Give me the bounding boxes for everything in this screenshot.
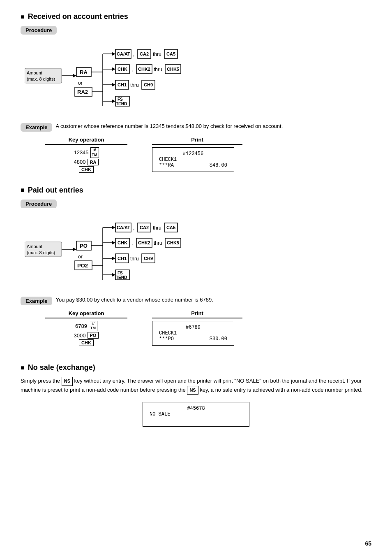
svg-text:,: , <box>131 240 133 246</box>
svg-text:thru: thru <box>153 225 161 231</box>
key-box-tm-1: ♯/TM <box>90 147 99 158</box>
print-line-1a: #123456 <box>159 151 227 157</box>
kp-right-2: Print #6789 CHECK1 ***PO $30.00 <box>152 310 242 347</box>
print-label-check1: CHECK1 <box>159 157 177 163</box>
svg-text:CA5: CA5 <box>166 225 175 230</box>
svg-text:,: , <box>133 51 134 57</box>
svg-text:CHK: CHK <box>118 240 127 245</box>
svg-text:CA/AT: CA/AT <box>117 225 130 230</box>
kp-header-2: Key operation <box>45 310 127 318</box>
example-2-text: You pay $30.00 by check to a vendor whos… <box>55 297 371 303</box>
svg-marker-34 <box>112 83 115 86</box>
svg-text:CH1: CH1 <box>118 82 127 87</box>
key-row-1a: 12345 ♯/TM <box>45 147 127 158</box>
svg-marker-14 <box>112 52 115 56</box>
kp-section-2: Key operation 6789 ♯/TM 3000 PO CHK Prin… <box>45 310 371 347</box>
svg-text:CA2: CA2 <box>140 51 149 56</box>
key-value-1b: 4800 <box>74 159 86 165</box>
print-label-po: ***PO <box>159 336 174 342</box>
svg-text:CHK5: CHK5 <box>167 67 179 72</box>
svg-text:,: , <box>133 225 134 231</box>
svg-text:FS: FS <box>118 97 123 102</box>
key-value-1a: 12345 <box>74 149 88 156</box>
kp-body-2: 6789 ♯/TM 3000 PO CHK <box>45 321 127 346</box>
print-val-po: $30.00 <box>210 336 227 342</box>
svg-text:CHK2: CHK2 <box>138 67 150 72</box>
svg-text:CH1: CH1 <box>118 256 127 261</box>
print-box-1: #123456 CHECK1 ***RA $48.00 <box>152 147 234 172</box>
key-box-chk-2: CHK <box>79 339 94 346</box>
svg-text:CHK5: CHK5 <box>167 240 179 245</box>
procedure-badge-2: Procedure <box>21 200 57 208</box>
key-row-1c: CHK <box>45 166 127 173</box>
svg-text:CH9: CH9 <box>144 256 153 261</box>
key-row-2a: 6789 ♯/TM <box>45 321 127 332</box>
key-value-2b: 3000 <box>74 332 86 339</box>
print-label-ra: ***RA <box>159 163 174 168</box>
print-label-check2: CHECK1 <box>159 330 177 336</box>
svg-text:FS: FS <box>118 271 123 275</box>
example-1-text: A customer whose reference number is 123… <box>55 123 371 129</box>
kp-left-2: Key operation 6789 ♯/TM 3000 PO CHK <box>45 310 127 347</box>
svg-text:thru: thru <box>153 51 161 57</box>
svg-text:thru: thru <box>130 82 139 88</box>
no-sale-print-container: #45678 NO SALE <box>21 402 371 427</box>
svg-text:RA2: RA2 <box>77 89 88 95</box>
svg-text:or: or <box>78 80 83 86</box>
print-line-2b: CHECK1 <box>159 330 227 336</box>
svg-marker-41 <box>112 100 115 103</box>
section1-title: Received on account entries <box>21 12 371 21</box>
key-box-po-2: PO <box>88 332 99 339</box>
svg-marker-79 <box>112 257 115 260</box>
print-line-2c: ***PO $30.00 <box>159 336 227 342</box>
print-header-2: Print <box>152 310 242 318</box>
diagram-2: Amount (max. 8 digits) PO or PO2 CA/AT <box>25 217 371 289</box>
kp-right-1: Print #123456 CHECK1 ***RA $48.00 <box>152 137 242 174</box>
key-row-1b: 4800 RA <box>45 159 127 165</box>
key-box-ra-1: RA <box>88 159 99 165</box>
svg-text:thru: thru <box>154 240 162 246</box>
svg-text:PO: PO <box>80 243 88 249</box>
svg-marker-86 <box>112 273 115 276</box>
svg-text:Amount: Amount <box>27 70 42 75</box>
print-line-1b: CHECK1 <box>159 157 227 163</box>
section2-title: Paid out entries <box>21 186 371 195</box>
svg-text:CHK: CHK <box>118 67 127 72</box>
svg-marker-24 <box>112 67 115 71</box>
ns-key-1: NS <box>62 377 73 386</box>
diagram-2-svg: Amount (max. 8 digits) PO or PO2 CA/AT <box>25 217 238 289</box>
svg-text:CH9: CH9 <box>144 82 153 87</box>
example-badge-2: Example <box>21 297 52 305</box>
no-sale-print-line1: #45678 <box>150 406 242 411</box>
svg-text:,: , <box>131 67 133 72</box>
svg-marker-4 <box>73 74 76 77</box>
section-no-sale: No sale (exchange) Simply press the NS k… <box>21 363 371 427</box>
key-box-chk-1: CHK <box>79 166 94 173</box>
svg-text:RA: RA <box>80 69 88 75</box>
svg-marker-69 <box>112 241 115 244</box>
page-number: 65 <box>365 540 371 547</box>
svg-text:Amount: Amount <box>27 244 42 249</box>
svg-text:thru: thru <box>154 67 162 72</box>
key-value-2a: 6789 <box>75 323 87 329</box>
svg-text:CA2: CA2 <box>140 225 149 230</box>
no-sale-paragraph: Simply press the NS key without any entr… <box>21 377 371 395</box>
ns-key-2: NS <box>187 386 198 395</box>
key-box-tm-2: ♯/TM <box>89 321 97 332</box>
kp-left-1: Key operation 12345 ♯/TM 4800 RA CHK <box>45 137 127 174</box>
print-line-1c: ***RA $48.00 <box>159 163 227 168</box>
kp-section-1: Key operation 12345 ♯/TM 4800 RA CHK Pri… <box>45 137 371 174</box>
svg-text:or: or <box>78 254 83 260</box>
kp-header-1: Key operation <box>45 137 127 145</box>
example-badge-1: Example <box>21 123 52 132</box>
svg-text:(max. 8 digits): (max. 8 digits) <box>27 250 55 255</box>
example-1: Example A customer whose reference numbe… <box>21 123 371 132</box>
svg-text:CHK2: CHK2 <box>138 240 150 245</box>
print-box-2: #6789 CHECK1 ***PO $30.00 <box>152 321 234 346</box>
diagram-1: Amount (max. 8 digits) RA or RA2 CA/AT <box>25 44 371 116</box>
svg-text:(max. 8 digits): (max. 8 digits) <box>27 77 55 81</box>
svg-text:TEND: TEND <box>116 102 127 106</box>
svg-text:thru: thru <box>130 256 139 262</box>
key-row-2b: 3000 PO <box>45 332 127 339</box>
no-sale-p3: key, a no sale entry is achieved with a … <box>198 387 362 393</box>
